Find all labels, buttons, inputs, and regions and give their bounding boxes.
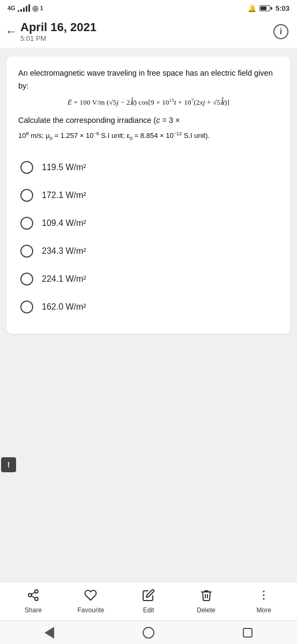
more-icon (257, 589, 270, 604)
bottom-nav (0, 620, 297, 644)
question-card: An electromagnetic wave traveling in fre… (6, 56, 291, 333)
share-button[interactable]: Share (17, 589, 49, 614)
bottom-toolbar: Share Favourite Edit (0, 582, 297, 620)
radio-opt4[interactable] (20, 245, 33, 258)
side-note-indicator[interactable] (1, 457, 16, 472)
delete-button[interactable]: Delete (190, 589, 222, 614)
bar1 (18, 10, 19, 12)
trash-icon (200, 589, 213, 604)
option-item[interactable]: 109.4 W/m² (18, 209, 279, 237)
option-label-2: 172.1 W/m² (42, 191, 86, 200)
content-area: An electromagnetic wave traveling in fre… (0, 48, 297, 531)
share-label: Share (25, 606, 42, 614)
nav-home-icon (143, 627, 154, 639)
edit-label: Edit (143, 606, 154, 614)
bar4 (26, 6, 27, 12)
option-item[interactable]: 234.3 W/m² (18, 237, 279, 265)
formula-text: Ē = 100 V/m (√5j − 2k̂) cos[9 × 1015t + … (68, 98, 229, 106)
time-display: 5:03 (276, 4, 289, 12)
option-item[interactable]: 119.5 W/m² (18, 153, 279, 181)
radio-opt1[interactable] (20, 161, 33, 174)
calculate-text: Calculate the corresponding irradiance (… (18, 114, 279, 127)
back-button[interactable]: ← (5, 26, 17, 38)
radio-opt3[interactable] (20, 217, 33, 230)
status-bar: 4G ◎ 1 🔔 5:03 (0, 0, 297, 15)
question-text: An electromagnetic wave traveling in fre… (18, 67, 279, 92)
edit-button[interactable]: Edit (132, 589, 165, 614)
alarm-icon: 🔔 (248, 4, 256, 12)
nav-recents-button[interactable] (232, 621, 264, 645)
option-label-3: 109.4 W/m² (42, 218, 86, 228)
nav-back-icon (44, 627, 54, 639)
carrier-label: 4G (8, 5, 16, 11)
option-item[interactable]: 172.1 W/m² (18, 181, 279, 209)
battery-icon (259, 5, 272, 11)
nav-square-icon (243, 628, 253, 638)
more-label: More (257, 606, 271, 614)
header-left: ← April 16, 2021 5:01 PM (5, 20, 96, 42)
info-button[interactable]: i (273, 24, 288, 39)
option-label-4: 234.3 W/m² (42, 246, 86, 256)
radio-opt5[interactable] (20, 273, 33, 286)
bar5 (28, 4, 30, 12)
nav-back-button[interactable] (33, 621, 65, 645)
option-item[interactable]: 162.0 W/m² (18, 293, 279, 321)
option-label-1: 119.5 W/m² (42, 163, 86, 172)
option-item[interactable]: 224.1 W/m² (18, 265, 279, 293)
bar3 (23, 8, 25, 12)
svg-point-6 (263, 595, 265, 596)
more-button[interactable]: More (248, 589, 280, 614)
svg-line-3 (31, 596, 35, 598)
bar2 (20, 9, 22, 12)
option-label-6: 162.0 W/m² (42, 302, 86, 312)
svg-point-5 (263, 591, 265, 592)
formula-block: Ē = 100 V/m (√5j − 2k̂) cos[9 × 1015t + … (18, 98, 279, 107)
focus-icon: ◎ (32, 4, 38, 12)
page-title: April 16, 2021 (20, 20, 96, 34)
radio-opt6[interactable] (20, 301, 33, 313)
options-list: 119.5 W/m² 172.1 W/m² 109.4 W/m² 234.3 W… (18, 153, 279, 321)
status-right: 🔔 5:03 (248, 4, 289, 12)
favourite-button[interactable]: Favourite (75, 589, 107, 614)
favourite-label: Favourite (77, 606, 104, 614)
constants-text: 108 m/s; μ0 = 1.257 × 10−6 S.I unit; ε0 … (18, 130, 279, 142)
signal-bars (18, 4, 30, 12)
svg-point-7 (263, 598, 265, 600)
heart-icon (84, 589, 97, 604)
radio-opt2[interactable] (20, 189, 33, 202)
nav-home-button[interactable] (132, 621, 165, 645)
notification-count: 1 (40, 5, 43, 11)
header-title-block: April 16, 2021 5:01 PM (20, 20, 96, 42)
share-icon (27, 589, 40, 604)
svg-line-4 (31, 592, 35, 595)
option-label-5: 224.1 W/m² (42, 274, 86, 284)
status-left: 4G ◎ 1 (8, 4, 43, 12)
page-subtitle: 5:01 PM (20, 34, 96, 42)
edit-icon (142, 589, 155, 604)
delete-label: Delete (197, 606, 216, 614)
header: ← April 16, 2021 5:01 PM i (0, 15, 297, 48)
